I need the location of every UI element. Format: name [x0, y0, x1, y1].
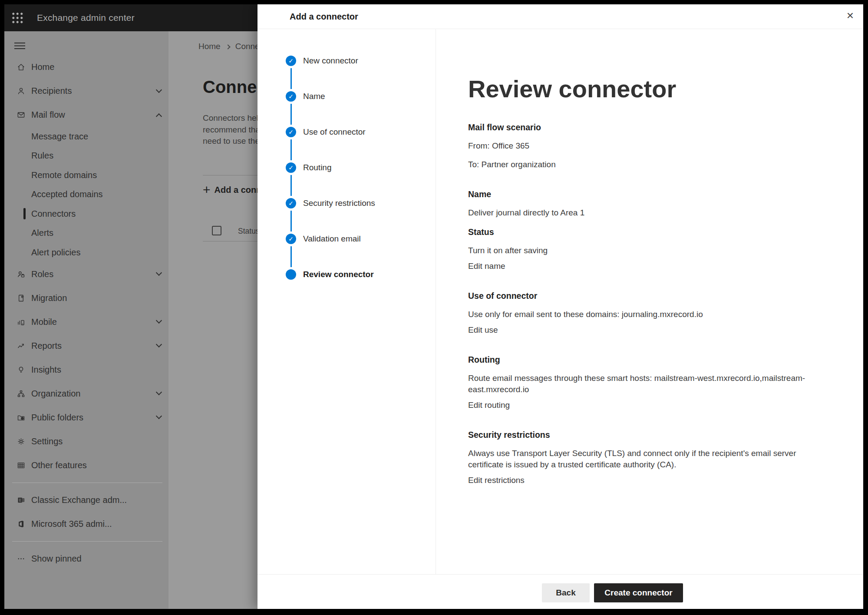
chevron-down-icon — [156, 317, 162, 324]
classic-exchange-icon — [17, 496, 26, 505]
sidebar-item-reports[interactable]: Reports — [4, 334, 168, 358]
sidebar-item-mail-flow[interactable]: Mail flow — [4, 103, 168, 127]
app-window: Exchange admin center Home Recipients — [4, 4, 863, 609]
close-icon[interactable]: × — [844, 10, 857, 23]
section-routing: Routing Route email messages through the… — [468, 354, 820, 411]
step-use-of-connector: ✓ Use of connector — [286, 114, 436, 150]
chevron-up-icon — [156, 113, 162, 119]
app-launcher-icon[interactable] — [11, 12, 23, 24]
panel-title: Add a connector — [290, 4, 358, 29]
organization-icon — [17, 389, 26, 398]
sidebar-divider — [12, 541, 162, 542]
breadcrumb-home-link[interactable]: Home — [198, 42, 221, 51]
section-security-restrictions: Security restrictions Always use Transpo… — [468, 429, 820, 486]
review-title: Review connector — [468, 75, 820, 103]
sidebar-nav: Home Recipients Mail flow Message trace — [4, 55, 168, 571]
sidebar-item-show-pinned[interactable]: Show pinned — [4, 547, 168, 571]
section-text: Turn it on after saving — [468, 245, 820, 256]
section-body: Use only for email sent to these domains… — [468, 309, 820, 320]
other-features-icon — [17, 461, 26, 470]
step-name: ✓ Name — [286, 79, 436, 114]
roles-icon — [17, 270, 26, 279]
sidebar-item-connectors[interactable]: Connectors — [4, 204, 168, 224]
sidebar-item-insights[interactable]: Insights — [4, 358, 168, 382]
chevron-down-icon — [156, 270, 162, 276]
edit-link-edit-routing[interactable]: Edit routing — [468, 400, 510, 411]
section-text: Always use Transport Layer Security (TLS… — [468, 448, 820, 470]
section-body: Deliver journal directly to Area 1 — [468, 207, 820, 218]
step-status-icon: ✓ — [286, 56, 296, 66]
sidebar-item-mobile[interactable]: Mobile — [4, 310, 168, 334]
sidebar-item-other-features[interactable]: Other features — [4, 453, 168, 477]
sidebar: Home Recipients Mail flow Message trace — [4, 31, 168, 609]
sidebar-item-recipients[interactable]: Recipients — [4, 79, 168, 103]
step-status-icon: ✓ — [286, 127, 296, 137]
panel-footer: Back Create connector — [257, 574, 863, 609]
chevron-down-icon — [156, 413, 162, 419]
insights-icon — [17, 365, 26, 374]
step-status-icon: ✓ — [286, 269, 296, 280]
step-new-connector: ✓ New connector — [286, 43, 436, 79]
sidebar-item-alerts[interactable]: Alerts — [4, 224, 168, 243]
sidebar-item-accepted-domains[interactable]: Accepted domains — [4, 185, 168, 205]
chevron-down-icon — [156, 341, 162, 347]
step-review-connector: ✓ Review connector — [286, 257, 436, 292]
sidebar-item-message-trace[interactable]: Message trace — [4, 127, 168, 146]
section-text: To: Partner organization — [468, 159, 820, 170]
panel-body: ✓ New connector ✓ Name ✓ Use of connecto… — [257, 29, 863, 574]
review-sections: Mail flow scenario From: Office 365To: P… — [468, 122, 820, 486]
screenshot-frame: Exchange admin center Home Recipients — [0, 0, 868, 615]
sidebar-item-home[interactable]: Home — [4, 55, 168, 79]
panel-header: Add a connector × — [257, 4, 863, 29]
section-text: Use only for email sent to these domains… — [468, 309, 820, 320]
sidebar-item-settings[interactable]: Settings — [4, 430, 168, 453]
edit-link-edit-name[interactable]: Edit name — [468, 261, 505, 272]
reports-icon — [17, 341, 26, 350]
sidebar-item-organization[interactable]: Organization — [4, 382, 168, 406]
step-routing: ✓ Routing — [286, 150, 436, 185]
sidebar-item-alert-policies[interactable]: Alert policies — [4, 243, 168, 262]
mail-icon — [17, 110, 26, 119]
public-folders-icon — [17, 413, 26, 422]
back-button[interactable]: Back — [542, 583, 590, 602]
step-status-icon: ✓ — [286, 91, 296, 102]
page-description: Connectors help recommend that need to u… — [203, 112, 263, 147]
edit-link-edit-restrictions[interactable]: Edit restrictions — [468, 475, 525, 486]
section-text: Deliver journal directly to Area 1 — [468, 207, 820, 218]
sidebar-divider — [12, 483, 162, 483]
section-mail-flow-scenario: Mail flow scenario From: Office 365To: P… — [468, 122, 820, 170]
step-status-icon: ✓ — [286, 198, 296, 208]
section-heading: Name — [468, 188, 820, 200]
sidebar-item-public-folders[interactable]: Public folders — [4, 406, 168, 430]
breadcrumb-current: Conne — [235, 42, 260, 51]
wizard-steps: ✓ New connector ✓ Name ✓ Use of connecto… — [257, 29, 436, 574]
section-name: Name Deliver journal directly to Area 1 — [468, 188, 820, 218]
section-heading: Status — [468, 226, 820, 238]
create-connector-button[interactable]: Create connector — [594, 583, 683, 602]
status-column-header: Status — [238, 227, 260, 236]
breadcrumb-chevron-icon — [225, 44, 230, 49]
add-connector-panel: Add a connector × ✓ New connector ✓ Name… — [257, 4, 863, 609]
step-validation-email: ✓ Validation email — [286, 221, 436, 257]
section-use-of-connector: Use of connector Use only for email sent… — [468, 290, 820, 336]
hamburger-menu-icon[interactable] — [14, 43, 25, 43]
sidebar-item-microsoft-365-admi[interactable]: Microsoft 365 admi... — [4, 512, 168, 536]
m365-icon — [17, 519, 26, 529]
section-body: Always use Transport Layer Security (TLS… — [468, 448, 820, 470]
step-security-restrictions: ✓ Security restrictions — [286, 185, 436, 221]
sidebar-item-remote-domains[interactable]: Remote domains — [4, 165, 168, 185]
sidebar-item-migration[interactable]: Migration — [4, 286, 168, 310]
section-body: Route email messages through these smart… — [468, 373, 820, 395]
select-all-checkbox[interactable] — [212, 226, 221, 235]
section-body: Turn it on after saving — [468, 245, 820, 256]
sidebar-item-roles[interactable]: Roles — [4, 262, 168, 286]
section-heading: Use of connector — [468, 290, 820, 301]
person-icon — [17, 86, 26, 96]
section-text: Route email messages through these smart… — [468, 373, 820, 395]
step-status-icon: ✓ — [286, 234, 296, 244]
sidebar-item-classic-exchange-adm[interactable]: Classic Exchange adm... — [4, 488, 168, 512]
sidebar-item-rules[interactable]: Rules — [4, 146, 168, 166]
add-connector-button[interactable]: + Add a conn — [203, 182, 261, 197]
edit-link-edit-use[interactable]: Edit use — [468, 324, 498, 336]
review-panel-content: Review connector Mail flow scenario From… — [436, 29, 820, 574]
